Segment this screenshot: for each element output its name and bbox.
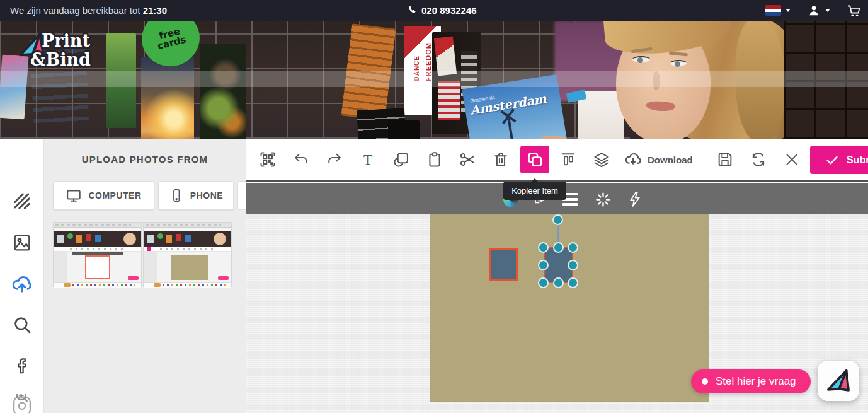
- upload-panel: UPLOAD PHOTOS FROM COMPUTER PHONE: [44, 139, 246, 413]
- cloud-upload-icon: [11, 272, 33, 295]
- canvas-shape-square-1[interactable]: [489, 248, 518, 281]
- chevron-down-icon: [785, 9, 791, 12]
- copy-button-active[interactable]: [520, 146, 549, 173]
- copy-icon: [526, 151, 544, 168]
- resize-handle-w[interactable]: [538, 260, 549, 270]
- thumb-banner: [144, 231, 231, 247]
- text-icon: T: [359, 151, 377, 168]
- upload-from-phone-button[interactable]: PHONE: [158, 181, 234, 210]
- woman-left-eye: [632, 56, 650, 62]
- resize-handle-n[interactable]: [553, 242, 564, 253]
- layers-icon: [593, 151, 610, 168]
- resize-handle-se[interactable]: [568, 277, 578, 288]
- resize-handle-sw[interactable]: [538, 277, 549, 288]
- align-top-button[interactable]: [554, 146, 583, 173]
- scissors-icon: [459, 151, 476, 168]
- brand-logo[interactable]: Print &Bind: [16, 26, 105, 76]
- hero-banner-photo: free cards DANCE FREEDOM koffie. Groeten…: [0, 21, 868, 139]
- resize-handle-s[interactable]: [553, 277, 564, 288]
- yoga-sunset-card: [141, 57, 194, 139]
- upload-panel-title: UPLOAD PHOTOS FROM: [44, 154, 246, 165]
- facebook-icon: [13, 356, 31, 375]
- availability-text: We zijn vandaag bereikbaar tot 21:30: [10, 5, 167, 16]
- download-cloud-icon: [624, 150, 642, 169]
- phone-link[interactable]: 020 8932246: [406, 5, 477, 16]
- thumb-canvas: [171, 255, 208, 280]
- language-dropdown[interactable]: [765, 5, 791, 16]
- upload-from-computer-button[interactable]: COMPUTER: [53, 181, 154, 210]
- sidebar-tab-upload[interactable]: [10, 272, 34, 296]
- banner-light-band: [0, 71, 868, 87]
- thumb-canvas: [85, 255, 110, 279]
- top-bar: We zijn vandaag bereikbaar tot 21:30 020…: [0, 0, 868, 21]
- redo-button[interactable]: [320, 146, 349, 173]
- chat-label: Stel hier je vraag: [716, 375, 796, 388]
- zoom-photo-icon: [11, 394, 33, 413]
- sidebar-tab-zoom-photos[interactable]: [10, 394, 34, 413]
- resize-handle-nw[interactable]: [538, 242, 549, 253]
- close-editor-button[interactable]: [777, 146, 806, 173]
- sidebar-tab-facebook[interactable]: [10, 354, 34, 378]
- thumb-taskbar: [144, 282, 231, 288]
- woman-right-eye: [670, 60, 687, 66]
- rotate-handle[interactable]: [552, 214, 563, 225]
- qr-code-icon: [259, 151, 277, 168]
- undo-button[interactable]: [287, 146, 316, 173]
- account-dropdown[interactable]: [807, 4, 830, 18]
- trash-icon: [492, 151, 510, 168]
- phone-button-label: PHONE: [190, 190, 223, 201]
- save-icon: [716, 151, 734, 168]
- save-button[interactable]: [711, 146, 740, 173]
- patterns-icon: [11, 190, 33, 212]
- spinner-button[interactable]: [593, 190, 612, 208]
- cut-button[interactable]: [453, 146, 482, 173]
- tools-sidebar: [0, 139, 44, 413]
- copy-tooltip: Kopieer Item: [503, 182, 566, 200]
- layers-button[interactable]: [587, 146, 616, 173]
- brand-fab-button[interactable]: [818, 361, 859, 401]
- qr-scan-button[interactable]: [253, 146, 282, 173]
- upload-more-button-clipped[interactable]: [237, 181, 246, 210]
- spinner-icon: [595, 191, 612, 208]
- delete-button[interactable]: [486, 146, 515, 173]
- flash-button[interactable]: [625, 190, 644, 208]
- paper-plane-icon: [824, 366, 853, 395]
- thumb-workspace: [144, 252, 231, 282]
- account-icon: [807, 4, 821, 18]
- resize-handle-e[interactable]: [568, 260, 578, 270]
- sync-button[interactable]: [744, 146, 773, 173]
- cart-button[interactable]: [847, 3, 862, 18]
- paste-button[interactable]: [420, 146, 449, 173]
- dutch-flag-icon: [765, 5, 781, 16]
- shapes-icon: [392, 151, 410, 168]
- check-icon: [825, 153, 839, 167]
- print-and-bind-editor-page: We zijn vandaag bereikbaar tot 21:30 020…: [0, 0, 868, 413]
- close-icon: [784, 151, 800, 168]
- tooltip-text: Kopieer Item: [511, 186, 558, 195]
- resize-handle-ne[interactable]: [568, 242, 578, 253]
- download-button[interactable]: Download: [624, 146, 693, 173]
- chat-button[interactable]: Stel hier je vraag: [691, 369, 811, 393]
- thumb-toolbar: [144, 247, 231, 252]
- thumb-workspace: [54, 252, 141, 282]
- images-icon: [12, 233, 32, 253]
- computer-button-label: COMPUTER: [88, 190, 141, 201]
- uploaded-photo-thumbnail-1[interactable]: [53, 222, 142, 287]
- add-text-button[interactable]: T: [353, 146, 382, 173]
- sidebar-tab-search[interactable]: [10, 313, 34, 337]
- uploaded-photo-thumbnail-2[interactable]: [143, 222, 232, 287]
- align-top-icon: [559, 151, 577, 168]
- shapes-button[interactable]: [387, 146, 416, 173]
- thumb-toolbar: [54, 247, 141, 252]
- clipboard-icon: [426, 151, 443, 168]
- submit-label: Submit: [847, 154, 868, 166]
- submit-button[interactable]: Submit: [810, 146, 868, 174]
- sidebar-tab-images[interactable]: [10, 231, 34, 255]
- download-label: Download: [648, 154, 693, 165]
- sync-icon: [750, 151, 767, 168]
- thumb-browser-tabs: [144, 223, 231, 228]
- undo-icon: [292, 151, 310, 168]
- sidebar-tab-patterns[interactable]: [10, 189, 34, 213]
- lightning-icon: [627, 191, 643, 207]
- search-icon: [12, 315, 32, 335]
